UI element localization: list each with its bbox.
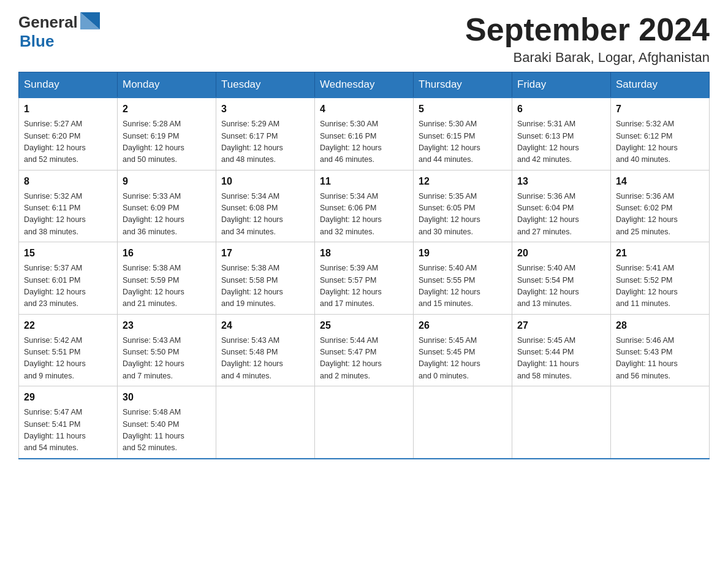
- table-row: 7Sunrise: 5:32 AMSunset: 6:12 PMDaylight…: [611, 98, 710, 170]
- calendar-header-row: Sunday Monday Tuesday Wednesday Thursday…: [19, 72, 710, 98]
- day-info: Sunrise: 5:27 AMSunset: 6:20 PMDaylight:…: [24, 118, 112, 166]
- day-info: Sunrise: 5:38 AMSunset: 5:58 PMDaylight:…: [221, 262, 309, 310]
- day-info: Sunrise: 5:43 AMSunset: 5:50 PMDaylight:…: [123, 335, 211, 383]
- table-row: 8Sunrise: 5:32 AMSunset: 6:11 PMDaylight…: [19, 170, 118, 242]
- day-info: Sunrise: 5:45 AMSunset: 5:45 PMDaylight:…: [419, 335, 507, 383]
- calendar-week-row: 8Sunrise: 5:32 AMSunset: 6:11 PMDaylight…: [19, 170, 710, 242]
- table-row: 27Sunrise: 5:45 AMSunset: 5:44 PMDayligh…: [512, 314, 611, 386]
- table-row: 13Sunrise: 5:36 AMSunset: 6:04 PMDayligh…: [512, 170, 611, 242]
- table-row: [315, 386, 414, 459]
- day-info: Sunrise: 5:41 AMSunset: 5:52 PMDaylight:…: [616, 262, 704, 310]
- day-info: Sunrise: 5:34 AMSunset: 6:06 PMDaylight:…: [320, 191, 408, 239]
- day-number: 13: [517, 174, 605, 189]
- table-row: [216, 386, 315, 459]
- table-row: 19Sunrise: 5:40 AMSunset: 5:55 PMDayligh…: [414, 242, 512, 315]
- day-info: Sunrise: 5:36 AMSunset: 6:02 PMDaylight:…: [616, 191, 704, 239]
- day-number: 9: [123, 174, 211, 189]
- day-number: 8: [24, 174, 112, 189]
- day-info: Sunrise: 5:32 AMSunset: 6:12 PMDaylight:…: [616, 118, 704, 166]
- table-row: 6Sunrise: 5:31 AMSunset: 6:13 PMDaylight…: [512, 98, 611, 170]
- logo-area: General Blue: [18, 12, 100, 51]
- col-thursday: Thursday: [414, 72, 512, 98]
- col-tuesday: Tuesday: [216, 72, 315, 98]
- col-friday: Friday: [512, 72, 611, 98]
- day-info: Sunrise: 5:34 AMSunset: 6:08 PMDaylight:…: [221, 191, 309, 239]
- table-row: 11Sunrise: 5:34 AMSunset: 6:06 PMDayligh…: [315, 170, 414, 242]
- day-number: 27: [517, 318, 605, 333]
- header-section: General Blue September 2024 Baraki Barak…: [18, 12, 710, 66]
- table-row: 24Sunrise: 5:43 AMSunset: 5:48 PMDayligh…: [216, 314, 315, 386]
- day-info: Sunrise: 5:33 AMSunset: 6:09 PMDaylight:…: [123, 191, 211, 239]
- day-number: 2: [123, 102, 211, 117]
- day-info: Sunrise: 5:28 AMSunset: 6:19 PMDaylight:…: [123, 118, 211, 166]
- day-info: Sunrise: 5:44 AMSunset: 5:47 PMDaylight:…: [320, 335, 408, 383]
- day-number: 20: [517, 246, 605, 261]
- day-number: 29: [24, 390, 112, 405]
- table-row: 23Sunrise: 5:43 AMSunset: 5:50 PMDayligh…: [118, 314, 216, 386]
- title-area: September 2024 Baraki Barak, Logar, Afgh…: [465, 12, 710, 66]
- calendar-table: Sunday Monday Tuesday Wednesday Thursday…: [18, 72, 710, 459]
- calendar-week-row: 22Sunrise: 5:42 AMSunset: 5:51 PMDayligh…: [19, 314, 710, 386]
- day-info: Sunrise: 5:30 AMSunset: 6:15 PMDaylight:…: [419, 118, 507, 166]
- day-number: 18: [320, 246, 408, 261]
- day-number: 21: [616, 246, 704, 261]
- day-info: Sunrise: 5:31 AMSunset: 6:13 PMDaylight:…: [517, 118, 605, 166]
- table-row: [512, 386, 611, 459]
- day-number: 16: [123, 246, 211, 261]
- day-number: 23: [123, 318, 211, 333]
- table-row: 18Sunrise: 5:39 AMSunset: 5:57 PMDayligh…: [315, 242, 414, 315]
- logo-blue-text: Blue: [20, 32, 54, 50]
- day-number: 6: [517, 102, 605, 117]
- day-number: 3: [221, 102, 309, 117]
- day-number: 4: [320, 102, 408, 117]
- calendar-subtitle: Baraki Barak, Logar, Afghanistan: [465, 50, 710, 66]
- col-monday: Monday: [118, 72, 216, 98]
- calendar-week-row: 15Sunrise: 5:37 AMSunset: 6:01 PMDayligh…: [19, 242, 710, 315]
- day-number: 30: [123, 390, 211, 405]
- day-number: 15: [24, 246, 112, 261]
- logo-triangle-icon: [80, 12, 100, 32]
- day-number: 24: [221, 318, 309, 333]
- day-number: 1: [24, 102, 112, 117]
- day-info: Sunrise: 5:30 AMSunset: 6:16 PMDaylight:…: [320, 118, 408, 166]
- day-info: Sunrise: 5:36 AMSunset: 6:04 PMDaylight:…: [517, 191, 605, 239]
- day-info: Sunrise: 5:46 AMSunset: 5:43 PMDaylight:…: [616, 335, 704, 383]
- day-number: 17: [221, 246, 309, 261]
- day-info: Sunrise: 5:39 AMSunset: 5:57 PMDaylight:…: [320, 262, 408, 310]
- table-row: 9Sunrise: 5:33 AMSunset: 6:09 PMDaylight…: [118, 170, 216, 242]
- table-row: [414, 386, 512, 459]
- table-row: 21Sunrise: 5:41 AMSunset: 5:52 PMDayligh…: [611, 242, 710, 315]
- day-number: 10: [221, 174, 309, 189]
- table-row: 3Sunrise: 5:29 AMSunset: 6:17 PMDaylight…: [216, 98, 315, 170]
- day-number: 7: [616, 102, 704, 117]
- day-number: 25: [320, 318, 408, 333]
- table-row: 5Sunrise: 5:30 AMSunset: 6:15 PMDaylight…: [414, 98, 512, 170]
- day-info: Sunrise: 5:29 AMSunset: 6:17 PMDaylight:…: [221, 118, 309, 166]
- day-number: 28: [616, 318, 704, 333]
- table-row: 1Sunrise: 5:27 AMSunset: 6:20 PMDaylight…: [19, 98, 118, 170]
- day-info: Sunrise: 5:40 AMSunset: 5:54 PMDaylight:…: [517, 262, 605, 310]
- day-number: 12: [419, 174, 507, 189]
- day-info: Sunrise: 5:37 AMSunset: 6:01 PMDaylight:…: [24, 262, 112, 310]
- day-number: 22: [24, 318, 112, 333]
- calendar-title: September 2024: [465, 12, 710, 47]
- day-info: Sunrise: 5:38 AMSunset: 5:59 PMDaylight:…: [123, 262, 211, 310]
- table-row: 29Sunrise: 5:47 AMSunset: 5:41 PMDayligh…: [19, 386, 118, 459]
- table-row: 17Sunrise: 5:38 AMSunset: 5:58 PMDayligh…: [216, 242, 315, 315]
- day-info: Sunrise: 5:40 AMSunset: 5:55 PMDaylight:…: [419, 262, 507, 310]
- table-row: 14Sunrise: 5:36 AMSunset: 6:02 PMDayligh…: [611, 170, 710, 242]
- day-info: Sunrise: 5:43 AMSunset: 5:48 PMDaylight:…: [221, 335, 309, 383]
- table-row: 22Sunrise: 5:42 AMSunset: 5:51 PMDayligh…: [19, 314, 118, 386]
- day-info: Sunrise: 5:48 AMSunset: 5:40 PMDaylight:…: [123, 407, 211, 454]
- calendar-week-row: 1Sunrise: 5:27 AMSunset: 6:20 PMDaylight…: [19, 98, 710, 170]
- day-info: Sunrise: 5:47 AMSunset: 5:41 PMDaylight:…: [24, 407, 112, 454]
- table-row: 30Sunrise: 5:48 AMSunset: 5:40 PMDayligh…: [118, 386, 216, 459]
- day-number: 5: [419, 102, 507, 117]
- table-row: 20Sunrise: 5:40 AMSunset: 5:54 PMDayligh…: [512, 242, 611, 315]
- table-row: 15Sunrise: 5:37 AMSunset: 6:01 PMDayligh…: [19, 242, 118, 315]
- logo-general-text: General: [18, 13, 78, 32]
- day-number: 19: [419, 246, 507, 261]
- day-info: Sunrise: 5:32 AMSunset: 6:11 PMDaylight:…: [24, 191, 112, 239]
- col-wednesday: Wednesday: [315, 72, 414, 98]
- day-number: 11: [320, 174, 408, 189]
